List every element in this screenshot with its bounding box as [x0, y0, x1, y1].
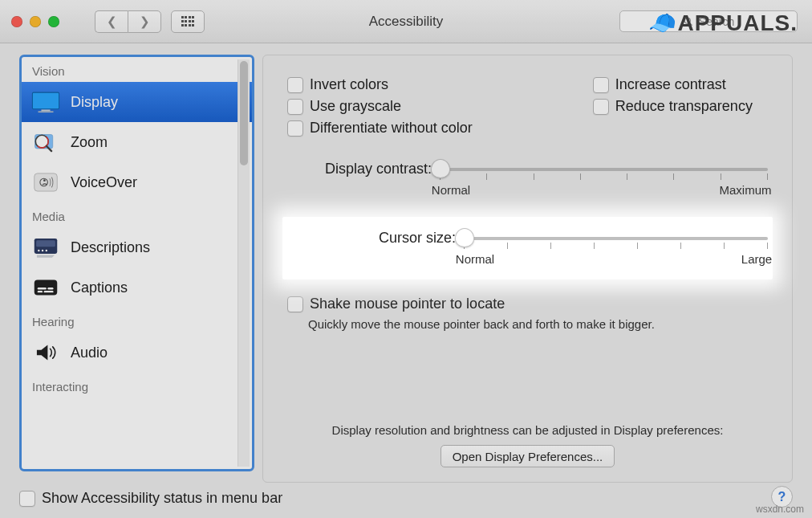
- checkbox-icon: [287, 99, 303, 115]
- shake-hint-text: Quickly move the mouse pointer back and …: [308, 317, 768, 331]
- checkbox-reduce-transparency[interactable]: Reduce transparency: [593, 98, 753, 115]
- button-label: Open Display Preferences...: [453, 450, 603, 463]
- sidebar-item-zoom[interactable]: Zoom: [22, 122, 252, 162]
- cursor-min-label: Normal: [456, 252, 494, 266]
- svg-rect-9: [35, 173, 58, 191]
- svg-rect-3: [41, 110, 50, 112]
- sidebar-item-label: Descriptions: [71, 239, 150, 256]
- checkbox-use-grayscale[interactable]: Use grayscale: [287, 98, 473, 115]
- forward-button[interactable]: ❯: [128, 10, 161, 33]
- contrast-slider-label: Display contrast:: [287, 159, 440, 177]
- svg-rect-21: [44, 291, 54, 292]
- display-note: Display resolution and brightness can be…: [263, 423, 792, 437]
- minimize-window-button[interactable]: [30, 16, 41, 27]
- descriptions-icon: [30, 234, 62, 261]
- checkbox-label: Invert colors: [310, 76, 388, 93]
- nav-back-forward: ❮ ❯: [95, 10, 161, 33]
- brand-watermark: 🧢APPUALS.: [648, 10, 798, 36]
- sidebar-item-label: Zoom: [71, 134, 108, 151]
- zoom-icon: [30, 128, 62, 156]
- sidebar-category-media: Media: [22, 202, 252, 227]
- show-all-button[interactable]: [171, 10, 205, 33]
- grid-icon: [181, 16, 195, 26]
- category-sidebar: Vision Display Zoom: [19, 55, 254, 471]
- open-display-preferences-button[interactable]: Open Display Preferences...: [441, 445, 615, 467]
- chevron-left-icon: ❮: [107, 14, 117, 29]
- checkbox-label: Increase contrast: [615, 76, 726, 93]
- svg-rect-18: [38, 288, 47, 289]
- sidebar-category-vision: Vision: [22, 57, 252, 82]
- sidebar-item-audio[interactable]: Audio: [22, 332, 252, 373]
- sidebar-item-voiceover[interactable]: VoiceOver: [22, 162, 252, 202]
- checkbox-icon: [593, 99, 609, 115]
- checkbox-label: Show Accessibility status in menu bar: [42, 490, 282, 507]
- checkbox-icon: [287, 120, 303, 137]
- svg-rect-4: [39, 111, 54, 112]
- sidebar-category-hearing: Hearing: [22, 308, 252, 332]
- audio-icon: [30, 339, 62, 366]
- cursor-size-slider[interactable]: Normal Large: [464, 228, 768, 260]
- svg-point-14: [38, 250, 39, 251]
- site-watermark: wsxdn.com: [756, 504, 804, 515]
- svg-rect-2: [32, 92, 59, 109]
- checkbox-increase-contrast[interactable]: Increase contrast: [593, 76, 753, 93]
- checkbox-icon: [287, 77, 303, 93]
- checkbox-label: Differentiate without color: [310, 120, 473, 137]
- checkbox-show-status-menubar[interactable]: Show Accessibility status in menu bar: [19, 490, 282, 507]
- close-window-button[interactable]: [11, 16, 22, 27]
- sidebar-category-interacting: Interacting: [22, 373, 252, 398]
- svg-point-16: [46, 250, 47, 251]
- checkbox-icon: [19, 491, 35, 507]
- cursor-max-label: Large: [741, 252, 772, 266]
- voiceover-icon: [30, 169, 62, 196]
- checkbox-diff-without-color[interactable]: Differentiate without color: [287, 120, 473, 137]
- contrast-max-label: Maximum: [719, 183, 771, 197]
- sidebar-item-display[interactable]: Display: [22, 82, 252, 122]
- settings-panel: Invert colors Use grayscale Differentiat…: [262, 55, 793, 483]
- svg-point-11: [43, 179, 46, 182]
- sidebar-item-label: Audio: [71, 345, 108, 361]
- cursor-slider-label: Cursor size:: [287, 228, 464, 247]
- svg-rect-13: [36, 240, 55, 247]
- captions-icon: [30, 274, 62, 301]
- scrollbar-thumb[interactable]: [240, 61, 248, 165]
- zoom-window-button[interactable]: [48, 16, 59, 27]
- sidebar-item-label: Captions: [71, 279, 128, 296]
- checkbox-icon: [287, 296, 303, 312]
- checkbox-label: Shake mouse pointer to locate: [310, 296, 505, 312]
- svg-point-15: [42, 250, 43, 251]
- display-icon: [30, 88, 62, 116]
- checkbox-invert-colors[interactable]: Invert colors: [287, 76, 473, 93]
- sidebar-item-descriptions[interactable]: Descriptions: [22, 227, 252, 267]
- contrast-slider[interactable]: Normal Maximum: [440, 159, 768, 191]
- contrast-min-label: Normal: [432, 183, 470, 197]
- checkbox-label: Reduce transparency: [615, 98, 753, 115]
- sidebar-item-label: VoiceOver: [71, 174, 137, 191]
- svg-rect-19: [47, 288, 53, 289]
- window-controls: [0, 16, 59, 27]
- chevron-right-icon: ❯: [140, 14, 150, 29]
- svg-rect-20: [38, 291, 43, 292]
- question-icon: ?: [778, 490, 786, 504]
- checkbox-shake-pointer[interactable]: Shake mouse pointer to locate: [287, 296, 768, 312]
- svg-rect-17: [35, 280, 58, 296]
- checkbox-label: Use grayscale: [310, 98, 401, 115]
- sidebar-item-captions[interactable]: Captions: [22, 267, 252, 308]
- back-button[interactable]: ❮: [95, 10, 128, 33]
- checkbox-icon: [593, 77, 609, 93]
- sidebar-item-label: Display: [71, 94, 118, 111]
- sidebar-scrollbar[interactable]: [238, 59, 250, 467]
